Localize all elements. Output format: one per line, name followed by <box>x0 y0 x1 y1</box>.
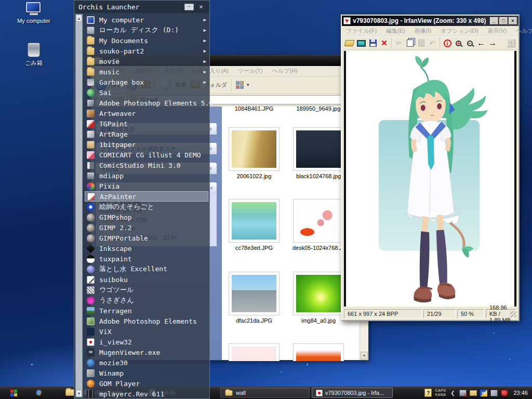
menu-item[interactable]: 画像(I) <box>415 27 431 35</box>
start-button-icon[interactable] <box>10 390 17 396</box>
launcher-menu-item[interactable]: ViX ▶ <box>85 326 208 337</box>
taskbar-button-irfanview[interactable]: v793070803.jpg - Irfa... <box>312 388 393 398</box>
file-thumbnail-item[interactable]: cc78e3ed.JPG <box>228 199 280 251</box>
file-thumbnail-item[interactable]: 189950_9649.jpg <box>292 103 344 112</box>
irfanview-titlebar[interactable]: v793070803.jpg - IrfanView (Zoom: 330 x … <box>342 16 518 26</box>
taskbar-button-wall[interactable]: wall <box>220 388 310 398</box>
launcher-menu-item[interactable]: Inkscape ▶ <box>85 243 208 254</box>
file-thumbnail-item[interactable]: black1024768.jpg <box>292 127 344 179</box>
visualstyle-tray-icon[interactable]: VS <box>480 390 487 396</box>
menu-item[interactable]: 編集(E) <box>386 27 405 35</box>
menu-item[interactable]: ツール(T) <box>238 67 263 75</box>
launcher-menu-item[interactable]: TGPaint ▶ <box>85 118 208 129</box>
file-thumbnail-item[interactable]: img84_a0.jpg <box>292 272 344 324</box>
quicklaunch-folder-icon[interactable] <box>65 389 74 396</box>
save-icon[interactable] <box>369 38 377 48</box>
resize-grip[interactable] <box>510 311 516 317</box>
display-tray-icon[interactable] <box>490 390 498 396</box>
launcher-menu-item[interactable]: GIMP 2.2 ▶ <box>85 222 208 233</box>
scroll-down-button[interactable]: ▼ <box>76 390 82 397</box>
ime-caps-kana-indicator[interactable]: CAPS KANA <box>435 389 446 397</box>
scroll-down-button[interactable]: ▼ <box>361 352 368 360</box>
launcher-menu-item[interactable]: ComicStudio Mini 3.0 ▶ <box>85 160 208 170</box>
ime-help-icon[interactable]: ? <box>424 389 432 397</box>
file-thumbnail-item[interactable] <box>228 343 280 361</box>
minimize-button[interactable]: — <box>184 4 194 10</box>
file-thumbnail-item[interactable]: 20061022.jpg <box>228 127 280 179</box>
view-mode-button[interactable]: ▼ <box>236 81 250 89</box>
copy-icon[interactable] <box>406 38 415 48</box>
delete-icon[interactable]: ✕ <box>380 38 389 48</box>
launcher-menu-item[interactable]: AzPainter ▶ <box>85 191 208 202</box>
open-file-icon[interactable] <box>345 38 354 48</box>
launcher-menu-item[interactable]: うさぎさん ▶ <box>85 295 208 305</box>
launcher-menu-item[interactable]: ArtRage ▶ <box>85 129 208 139</box>
launcher-menu-item[interactable]: Sai ▶ <box>85 87 208 98</box>
launcher-menu-item[interactable]: movie ▶ <box>85 56 208 66</box>
menu-item[interactable]: ヘルプ(H) <box>272 67 297 75</box>
launcher-menu-item[interactable]: i_view32 ▶ <box>85 337 208 347</box>
maximize-button[interactable]: □ <box>499 17 508 24</box>
file-thumbnail-item[interactable] <box>292 343 344 361</box>
launcher-menu-item[interactable]: ローカル ディスク (D:) ▶ <box>85 25 208 35</box>
launcher-menu-item[interactable]: 落とし水 Excellent ▶ <box>85 264 208 274</box>
previous-image-icon[interactable]: ← <box>477 38 485 48</box>
network-disconnected-icon[interactable] <box>459 390 467 396</box>
close-button[interactable]: × <box>509 17 517 24</box>
launcher-menu-item[interactable]: My Documents ▶ <box>85 35 208 46</box>
launcher-menu-item[interactable]: 1bitpaper ▶ <box>85 139 208 150</box>
minimize-button[interactable]: _ <box>490 17 498 24</box>
irfanview-image-viewport[interactable] <box>344 51 516 307</box>
tray-folder-icon[interactable] <box>470 390 477 396</box>
launcher-menu-item[interactable]: Garbage box ▶ <box>85 77 208 87</box>
launcher-titlebar[interactable]: Orchis Launcher — × <box>74 1 209 13</box>
launcher-menu-item[interactable]: Adobe Photoshop Elements ▶ <box>85 316 208 326</box>
launcher-menu-item[interactable]: music ▶ <box>85 66 208 77</box>
zoom-out-icon[interactable]: − <box>466 38 474 48</box>
launcher-scrollbar[interactable]: ▲ ▼ <box>75 14 83 397</box>
launcher-menu-item[interactable]: Winamp ▶ <box>85 368 208 378</box>
launcher-menu-item[interactable]: My computer ▶ <box>85 15 208 25</box>
launcher-menu-item[interactable]: COMICART CG illust 4 DEMO ▶ <box>85 150 208 160</box>
desktop-icon-my-computer[interactable]: My computer <box>11 2 56 24</box>
launcher-menu-item[interactable]: MugenViewer.exe ▶ <box>85 347 208 357</box>
launcher-menu-item[interactable]: mozie30 ▶ <box>85 357 208 368</box>
security-shield-icon[interactable] <box>501 390 508 396</box>
internet-explorer-quicklaunch-icon[interactable]: e <box>36 388 41 397</box>
launcher-menu-item[interactable]: mdiapp ▶ <box>85 170 208 181</box>
task-button-label: v793070803.jpg - Irfa... <box>325 390 384 396</box>
launcher-menu-item[interactable]: suiboku ▶ <box>85 274 208 285</box>
launcher-menu-item[interactable]: Pixia ▶ <box>85 181 208 191</box>
menu-item[interactable]: オプション(O) <box>441 27 478 35</box>
launcher-menu-item[interactable]: GOM Player ▶ <box>85 378 208 389</box>
slideshow-icon[interactable] <box>357 38 366 48</box>
tray-collapse-icon[interactable]: ❮ <box>449 390 456 396</box>
image-info-icon[interactable]: i <box>443 38 451 48</box>
close-button[interactable]: × <box>197 3 205 10</box>
paste-icon[interactable] <box>417 38 425 48</box>
undo-icon[interactable]: ↶ <box>429 38 437 48</box>
taskbar-clock[interactable]: 23:46 <box>513 390 528 396</box>
launcher-menu-item[interactable]: tuxpaint ▶ <box>85 254 208 264</box>
file-thumbnail-item[interactable]: dfac21da.JPG <box>228 272 280 324</box>
file-thumbnail-item[interactable]: 1084B461.JPG <box>228 103 280 112</box>
launcher-menu-item[interactable]: 絵師のえそらごと ▶ <box>85 202 208 212</box>
launcher-menu-item[interactable]: Artweaver ▶ <box>85 108 208 118</box>
menu-item[interactable]: 表示(V) <box>487 27 507 35</box>
menu-item[interactable]: ファイル(F) <box>346 27 377 35</box>
cut-icon[interactable]: ✂ <box>395 38 403 48</box>
launcher-menu-item[interactable]: Terragen ▶ <box>85 305 208 316</box>
file-thumbnail-item[interactable]: desk05-532x399.JP <box>292 199 344 251</box>
launcher-menu-item[interactable]: GIMPPortable ▶ <box>85 233 208 243</box>
zoom-in-icon[interactable]: + <box>455 38 463 48</box>
launcher-menu-item[interactable]: mplayerc.Rev 611 ▶ <box>85 389 208 399</box>
scroll-up-button[interactable]: ▲ <box>76 15 82 22</box>
menu-item[interactable]: ヘルプ(H) <box>516 27 532 35</box>
launcher-menu-item[interactable]: ウゴツール ▶ <box>85 285 208 295</box>
up-directory-icon[interactable]: ↑ <box>507 38 515 48</box>
desktop-icon-recycle-bin[interactable]: ごみ箱 <box>11 43 56 67</box>
launcher-menu-item[interactable]: GIMPshop ▶ <box>85 212 208 222</box>
launcher-menu-item[interactable]: Adobe Photoshop Elements 5.0 ▶ <box>85 98 208 108</box>
launcher-menu-item[interactable]: souko-part2 ▶ <box>85 46 208 56</box>
next-image-icon[interactable]: → <box>488 38 497 48</box>
